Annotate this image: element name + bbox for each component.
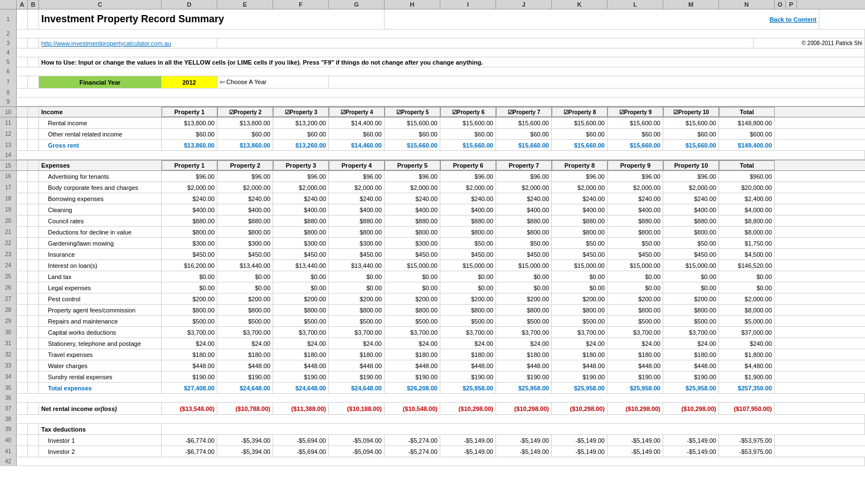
- income-prop3-header: ☑ Property 3: [273, 107, 329, 117]
- row-23: 23 Insurance $450.00 $450.00 $450.00 $45…: [0, 249, 865, 260]
- col-header-L: L: [608, 0, 663, 9]
- col-header-D: D: [162, 0, 217, 9]
- col-header-G: G: [329, 0, 385, 9]
- exp-prop10-header: Property 10: [663, 160, 719, 170]
- income-total-header: Total: [719, 107, 775, 117]
- exp-prop1-header: Property 1: [162, 160, 217, 170]
- rownum-10: 10: [0, 107, 17, 117]
- exp-total-header: Total: [719, 160, 775, 170]
- url-link[interactable]: http://www.investmentpropertycalculator.…: [39, 38, 217, 48]
- row-31: 31 Stationery, telephone and postage $24…: [0, 338, 865, 349]
- income-prop1-header: Property 1: [162, 107, 217, 117]
- rownum-30: 30: [0, 327, 17, 337]
- cell-9-empty: [17, 97, 865, 106]
- col-header-F: F: [273, 0, 329, 9]
- rownum-3: 3: [0, 38, 17, 48]
- rownum-15: 15: [0, 160, 17, 170]
- row-42: 42: [0, 457, 865, 466]
- rownum-34: 34: [0, 371, 17, 382]
- page-title: Investment Property Record Summary: [39, 9, 385, 29]
- col-header-N: N: [719, 0, 775, 9]
- spreadsheet: A B C D E F G H I J K L M N O P 1 Invest…: [0, 0, 865, 504]
- row-12: 12 Other rental related income $60.00 $6…: [0, 129, 865, 140]
- col-header-P: P: [786, 0, 797, 9]
- cell-6-empty: [17, 67, 865, 76]
- income-prop4-header: ☑ Property 4: [329, 107, 385, 117]
- col-header-I: I: [440, 0, 496, 9]
- rownum-38: 38: [0, 415, 17, 423]
- cell-7A: [17, 76, 28, 88]
- row-9: 9: [0, 97, 865, 106]
- rownum-31: 31: [0, 338, 17, 349]
- row-8: 8: [0, 89, 865, 97]
- tax-deductions-label: Tax deductions: [39, 424, 162, 434]
- rownum-23: 23: [0, 249, 17, 260]
- row-37: 37 Net rental income or (loss) ($13,548.…: [0, 403, 865, 415]
- rownum-36: 36: [0, 394, 17, 402]
- row-4: 4: [0, 48, 865, 57]
- total-expenses-label: Total expenses: [39, 383, 162, 393]
- row-27: 27 Pest control $200.00 $200.00 $200.00 …: [0, 293, 865, 305]
- gross-rent-label: Gross rent: [39, 140, 162, 150]
- cell-1N-back[interactable]: Back to Content: [385, 9, 819, 29]
- rownum-5: 5: [0, 57, 17, 67]
- income-prop5-header: ☑ Property 5: [385, 107, 440, 117]
- row-num-spacer: [0, 0, 17, 9]
- rownum-22: 22: [0, 238, 17, 248]
- row-21: 21 Deductions for decline in value $800.…: [0, 227, 865, 238]
- col-header-J: J: [496, 0, 552, 9]
- income-prop9-header: ☑ Property 9: [608, 107, 663, 117]
- rownum-25: 25: [0, 271, 17, 282]
- rownum-42: 42: [0, 457, 17, 466]
- col-header-K: K: [552, 0, 608, 9]
- cell-3-mid: [217, 38, 754, 48]
- row-24: 24 Interest on loan(s) $16,200.00 $13,44…: [0, 260, 865, 271]
- row-6: 6: [0, 67, 865, 76]
- row-11: 11 Rental income $13,800.00 $13,800.00 $…: [0, 118, 865, 129]
- rownum-40: 40: [0, 435, 17, 446]
- income-prop10-header: ☑Property 10: [663, 107, 719, 117]
- row-40: 40 Investor 1 -$6,774.00 -$5,394.00 -$5,…: [0, 435, 865, 446]
- row-41: 41 Investor 2 -$6,774.00 -$5,394.00 -$5,…: [0, 446, 865, 457]
- rental-income-p2: $13,800.00: [217, 118, 273, 128]
- row-30: 30 Capital works deductions $3,700.00 $3…: [0, 327, 865, 338]
- row-34: 34 Sundry rental expenses $190.00 $190.0…: [0, 371, 865, 383]
- rental-income-label: Rental income: [39, 118, 162, 128]
- rownum-7: 7: [0, 76, 17, 88]
- rownum-17: 17: [0, 182, 17, 193]
- income-label: Income: [39, 107, 162, 117]
- exp-prop5-header: Property 5: [385, 160, 440, 170]
- row-1: 1 Investment Property Record Summary Bac…: [0, 9, 865, 30]
- exp-prop4-header: Property 4: [329, 160, 385, 170]
- financial-year-value[interactable]: 2012: [162, 76, 217, 88]
- rownum-1: 1: [0, 9, 17, 29]
- row-20: 20 Council rates $880.00 $880.00 $880.00…: [0, 216, 865, 227]
- cell-1B: [28, 9, 39, 29]
- cell-11B: [28, 118, 39, 128]
- col-header-O: O: [775, 0, 786, 9]
- rownum-4: 4: [0, 48, 17, 57]
- exp-prop6-header: Property 6: [440, 160, 496, 170]
- cell-4-empty: [17, 48, 865, 57]
- row-28: 28 Property agent fees/commission $800.0…: [0, 305, 865, 316]
- rownum-11: 11: [0, 118, 17, 128]
- row-15: 15 Expenses Property 1 Property 2 Proper…: [0, 160, 865, 171]
- investor1-label: Investor 1: [39, 435, 162, 446]
- col-header-H: H: [385, 0, 440, 9]
- cell-11A: [17, 118, 28, 128]
- net-rental-label: Net rental income or (loss): [39, 403, 162, 414]
- rental-income-p4: $14,400.00: [329, 118, 385, 128]
- row-35: 35 Total expenses $27,408.00 $24,648.00 …: [0, 383, 865, 394]
- col-header-A: A: [17, 0, 28, 9]
- financial-year-label: Financial Year: [39, 76, 162, 88]
- row-17: 17 Body corporate fees and charges $2,00…: [0, 182, 865, 193]
- rownum-32: 32: [0, 349, 17, 360]
- cell-2-empty: [17, 30, 865, 38]
- rental-income-total: $148,800.00: [719, 118, 775, 128]
- rental-income-p6: $15,600.00: [440, 118, 496, 128]
- rownum-9: 9: [0, 97, 17, 106]
- rownum-21: 21: [0, 227, 17, 237]
- rownum-29: 29: [0, 316, 17, 326]
- back-to-content-link[interactable]: Back to Content: [770, 16, 817, 23]
- col-header-C: C: [39, 0, 162, 9]
